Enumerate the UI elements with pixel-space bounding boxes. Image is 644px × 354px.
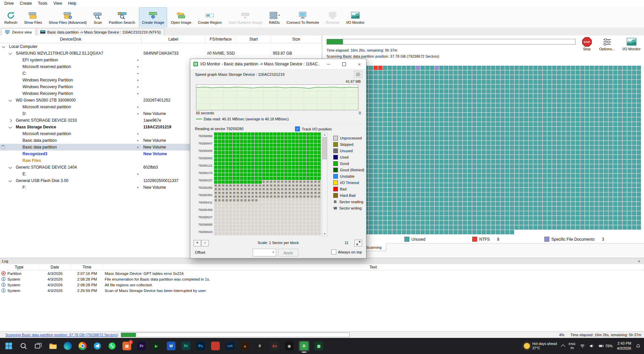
volume-combo-arrow-icon[interactable]: ▼ [137, 186, 139, 189]
volume-combo-arrow-icon[interactable]: ▼ [137, 133, 139, 135]
log-col-date[interactable]: Date [39, 264, 71, 270]
menu-drive[interactable]: Drive [1, 0, 17, 6]
tool-scan[interactable]: Scan [90, 7, 105, 28]
wifi-icon[interactable] [580, 344, 585, 348]
expand-chevron-icon[interactable] [9, 51, 12, 55]
expand-chevron-icon[interactable] [9, 125, 12, 128]
sector-map-scrollbar[interactable]: ▲ ▼ [322, 132, 328, 236]
battery-status[interactable]: 79% [599, 344, 612, 348]
log-row[interactable]: System4/3/20262:25:59 PMScan of Mass Sto… [0, 288, 644, 293]
expand-chevron-icon[interactable] [9, 165, 12, 169]
io-monitor-button[interactable]: I/O Monitor [621, 36, 642, 52]
log-col-time[interactable]: Time [71, 264, 103, 270]
taskbar-app-premiere[interactable]: Pr [136, 341, 147, 351]
tool-create-image[interactable]: Create Image [139, 7, 167, 28]
taskbar-app-start[interactable] [3, 341, 14, 351]
close-button[interactable]: × [353, 59, 366, 69]
maximize-button[interactable] [337, 59, 351, 69]
tree-row-samsung-mzvl21t0hclr-00bl2-el1qgxa7[interactable]: SAMSUNG MZVL21T0HCLR-00BL2 EL1QGXA7S64NN… [0, 50, 321, 57]
volume-combo-arrow-icon[interactable]: ▼ [137, 72, 139, 75]
language-switcher[interactable]: ENG IN [569, 342, 576, 350]
volume-combo-arrow-icon[interactable]: ▼ [137, 106, 139, 108]
tool-show-files[interactable]: Show Files [21, 7, 45, 28]
volume-combo-arrow-icon[interactable]: ▼ [137, 146, 139, 149]
col-start[interactable]: Start [236, 36, 271, 43]
options-button[interactable]: Options... [598, 36, 617, 52]
tab-basic-data-partition[interactable]: Basic data partition -> Mass Storage Dev… [37, 28, 164, 36]
expand-map-button[interactable] [354, 240, 362, 246]
taskbar-app-fl-app[interactable]: fl [254, 341, 265, 351]
log-col-type[interactable]: Type [0, 264, 39, 270]
volume-combo-arrow-icon[interactable]: ▼ [137, 79, 139, 81]
volume-combo-arrow-icon[interactable]: ▼ [137, 86, 139, 88]
taskbar-app-red-app[interactable] [210, 341, 221, 351]
volume-combo-arrow-icon[interactable]: ▼ [137, 66, 139, 68]
tool-open-image[interactable]: Open Image [168, 7, 194, 28]
taskbar-app-whatsapp[interactable] [107, 341, 117, 351]
tool-partition-search[interactable]: Partition Search [106, 7, 138, 28]
taskbar-app-file-explorer[interactable] [48, 341, 58, 351]
tool-show-files-advanced[interactable]: Show Files (Advanced) [46, 7, 90, 28]
tool-raids[interactable]: ▾RAIDs [266, 7, 283, 28]
dropdown-arrow-icon[interactable]: ▾ [279, 14, 280, 17]
col-device-disk[interactable]: Device/Disk [0, 36, 142, 43]
collapse-chevron-icon[interactable] [9, 119, 12, 122]
taskbar-app-lightroom[interactable]: LrC [225, 341, 236, 351]
menu-tools[interactable]: Tools [35, 0, 50, 6]
expand-chevron-icon[interactable] [9, 179, 12, 182]
taskbar-app-search[interactable] [18, 341, 29, 351]
taskbar-app-chrome[interactable] [77, 341, 88, 351]
menu-view[interactable]: View [50, 0, 65, 6]
tab-device-view[interactable]: Device view [1, 28, 36, 36]
always-on-top-row[interactable]: Always on top [331, 249, 362, 254]
offset-combo[interactable] [253, 249, 276, 256]
volume-icon[interactable] [589, 344, 594, 348]
expand-chevron-icon[interactable] [9, 98, 12, 102]
log-close-button[interactable]: × [636, 259, 642, 264]
taskbar-app-impress[interactable]: ▤1 [121, 341, 132, 351]
col-size[interactable]: Size [271, 36, 321, 43]
tree-row-local-computer[interactable]: Local Computer [0, 43, 321, 50]
taskbar-app-flame-app[interactable]: ▲ [240, 341, 250, 351]
taskbar-app-pt-app[interactable]: Pt [181, 341, 191, 351]
taskbar-app-axure[interactable]: Ax [269, 341, 280, 351]
volume-combo-arrow-icon[interactable]: ▼ [137, 139, 139, 142]
weather-widget[interactable]: Hot days ahead 37°C [524, 342, 557, 350]
taskbar-app-io-window[interactable]: ▦ [313, 341, 324, 351]
tray-overflow-chevron-icon[interactable] [561, 344, 565, 349]
always-on-top-checkbox[interactable] [331, 249, 336, 254]
taskbar-app-task-view[interactable] [33, 341, 44, 351]
log-col-text[interactable]: Text [103, 264, 644, 270]
taskbar-app-photoshop[interactable]: Ps [195, 341, 206, 351]
tool-i-o-monitor[interactable]: I/O Monitor [343, 7, 367, 28]
clock[interactable]: 2:43 PM 4/3/2026 [617, 341, 631, 351]
volume-combo-arrow-icon[interactable]: ▼ [137, 93, 139, 95]
track-io-checkbox-row[interactable]: ✓ Track I/O position [295, 126, 332, 131]
expand-chevron-icon[interactable] [2, 45, 5, 48]
notifications-bell-icon[interactable] [636, 344, 641, 348]
taskbar-app-telegram[interactable] [92, 341, 103, 351]
status-scan-link[interactable]: Scanning Basic data partition position: … [5, 333, 118, 337]
taskbar-app-r-studio[interactable]: R [299, 341, 309, 351]
menu-create[interactable]: Create [17, 0, 35, 6]
minimize-button[interactable] [322, 59, 335, 69]
taskbar-app-camera-app[interactable]: ◉ [284, 341, 295, 351]
dialog-titlebar[interactable]: I/O Monitor - Basic data partition -> Ma… [190, 59, 366, 69]
graph-settings-button[interactable] [354, 71, 362, 78]
log-row[interactable]: System4/3/20262:08:28 PMAll file regions… [0, 282, 644, 288]
taskbar-app-edge[interactable] [62, 341, 73, 351]
stop-button[interactable]: STOP Stop [580, 36, 594, 52]
menu-help[interactable]: Help [65, 0, 80, 6]
volume-combo-arrow-icon[interactable]: ▼ [137, 173, 139, 175]
tool-refresh[interactable]: Refresh [1, 7, 20, 28]
tool-connect-to-remote[interactable]: Connect To Remote [284, 7, 322, 28]
log-row[interactable]: Partition4/3/20262:07:16 PMMass Storage … [0, 271, 644, 276]
col-fs-interface[interactable]: FS/Interface [205, 36, 236, 43]
col-label[interactable]: Label [142, 36, 205, 43]
track-io-checkbox[interactable]: ✓ [295, 126, 300, 131]
log-row[interactable]: System4/3/20262:08:28 PMFile enumeration… [0, 276, 644, 282]
tool-create-region[interactable]: Create Region [195, 7, 225, 28]
taskbar-app-green-media[interactable]: ▶ [151, 341, 162, 351]
taskbar-app-word[interactable]: W [166, 341, 177, 351]
volume-combo-arrow-icon[interactable]: ▼ [137, 59, 139, 61]
